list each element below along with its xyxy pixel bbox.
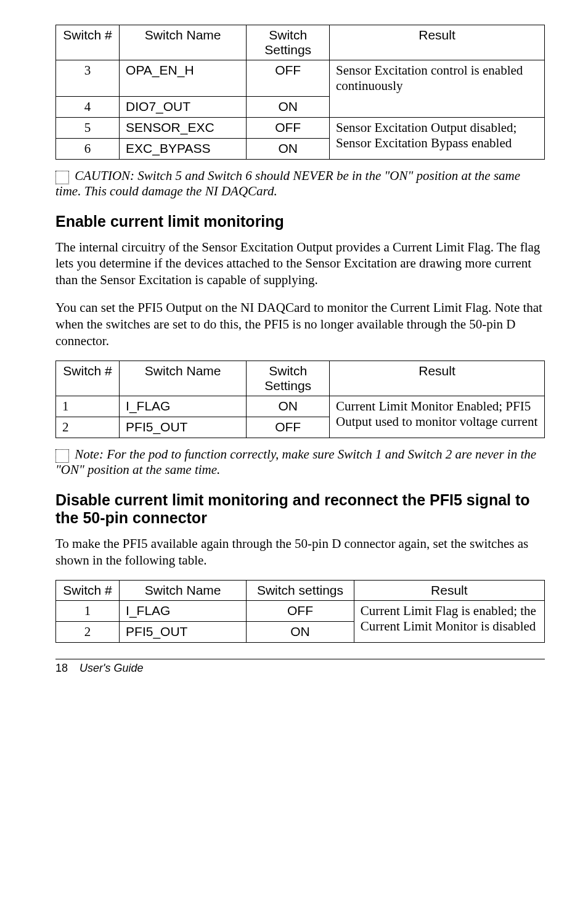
t3r0-name: I_FLAG — [120, 600, 247, 621]
t3r0-set: OFF — [247, 600, 354, 621]
para1: The internal circuitry of the Sensor Exc… — [55, 239, 545, 289]
t1r1-res — [330, 96, 545, 117]
table-row: 4 DIO7_OUT ON — [56, 96, 545, 117]
t3-h2: Switch settings — [247, 580, 354, 600]
caution-icon — [55, 171, 69, 184]
page-footer: 18 User's Guide — [55, 659, 545, 675]
t1r2-num: 5 — [56, 117, 120, 138]
t2-h1: Switch Name — [120, 361, 247, 396]
para3: To make the PFI5 available again through… — [55, 536, 545, 569]
t2r1-name: PFI5_OUT — [120, 417, 247, 438]
t3r0-res: Current Limit Flag is enabled; the Curre… — [354, 600, 544, 642]
caution1-text: CAUTION: Switch 5 and Switch 6 should NE… — [55, 168, 520, 198]
t3r1-num: 2 — [56, 621, 120, 642]
para2: You can set the PFI5 Output on the NI DA… — [55, 300, 545, 349]
t2r1-num: 2 — [56, 417, 120, 438]
t1r2-res: Sensor Excitation Output disabled; Senso… — [330, 117, 545, 159]
t2r0-name: I_FLAG — [120, 396, 247, 417]
caution-text-2: Note: For the pod to function correctly,… — [55, 447, 545, 478]
t1r1-num: 4 — [56, 96, 120, 117]
table-row: 3 OPA_EN_H OFF Sensor Excitation control… — [56, 60, 545, 97]
t2r0-res: Current Limit Monitor Enabled; PFI5 Outp… — [330, 396, 545, 438]
t1r3-name: EXC_BYPASS — [120, 138, 247, 159]
t3-h0: Switch # — [56, 580, 120, 600]
t1r2-name: SENSOR_EXC — [120, 117, 247, 138]
t3-h3: Result — [354, 580, 544, 600]
table-switch-config-2: Switch # Switch Name Switch Settings Res… — [55, 361, 545, 438]
t1r3-set: ON — [247, 138, 330, 159]
table-switch-config-1: Switch # Switch Name Switch Settings Res… — [55, 25, 545, 160]
t1r0-num: 3 — [56, 60, 120, 97]
caution2-text: Note: For the pod to function correctly,… — [55, 447, 536, 477]
t2r1-set: OFF — [247, 417, 330, 438]
t3r1-name: PFI5_OUT — [120, 621, 247, 642]
t1r0-name: OPA_EN_H — [120, 60, 247, 97]
table-row: 5 SENSOR_EXC OFF Sensor Excitation Outpu… — [56, 117, 545, 138]
t3r0-num: 1 — [56, 600, 120, 621]
t1r1-set: ON — [247, 96, 330, 117]
caution-text-1: CAUTION: Switch 5 and Switch 6 should NE… — [55, 168, 545, 199]
t1r0-res: Sensor Excitation control is enabled con… — [330, 60, 545, 97]
page-number: 18 — [55, 662, 68, 674]
table-row: 1 I_FLAG ON Current Limit Monitor Enable… — [56, 396, 545, 417]
t2-h0: Switch # — [56, 361, 120, 396]
table-switch-config-3: Switch # Switch Name Switch settings Res… — [55, 580, 545, 643]
t1-h2: Switch Settings — [247, 25, 330, 60]
t2r0-set: ON — [247, 396, 330, 417]
t2-h2: Switch Settings — [247, 361, 330, 396]
t1r2-set: OFF — [247, 117, 330, 138]
t1-h1: Switch Name — [120, 25, 247, 60]
t2-h3: Result — [330, 361, 545, 396]
table-row: 1 I_FLAG OFF Current Limit Flag is enabl… — [56, 600, 545, 621]
t1-h0: Switch # — [56, 25, 120, 60]
footer-title: User's Guide — [80, 662, 143, 674]
heading-disable: Disable current limit monitoring and rec… — [55, 491, 545, 527]
t3r1-set: ON — [247, 621, 354, 642]
heading-enable: Enable current limit monitoring — [55, 213, 545, 230]
note-icon — [55, 449, 69, 463]
t1-h3: Result — [330, 25, 545, 60]
t1r0-set: OFF — [247, 60, 330, 97]
t3-h1: Switch Name — [120, 580, 247, 600]
t2r0-num: 1 — [56, 396, 120, 417]
t1r3-num: 6 — [56, 138, 120, 159]
t1r1-name: DIO7_OUT — [120, 96, 247, 117]
page-content: Switch # Switch Name Switch Settings Res… — [0, 0, 588, 693]
